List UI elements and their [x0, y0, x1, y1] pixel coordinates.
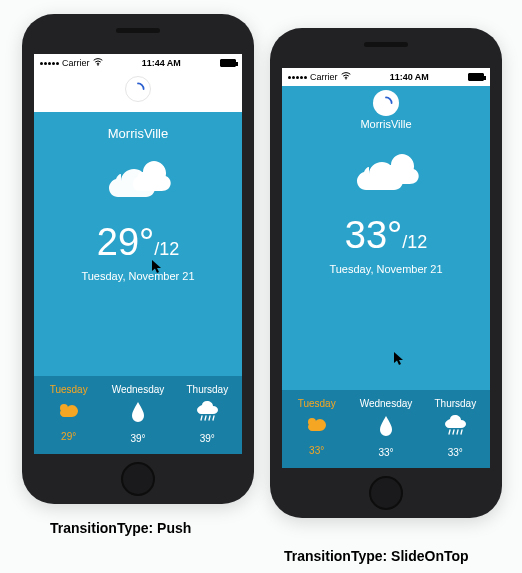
- wifi-icon: [93, 58, 103, 68]
- loading-spinner-icon: [373, 90, 399, 116]
- forecast-temp: 39°: [130, 433, 145, 444]
- header-area: [34, 72, 242, 112]
- forecast-temp: 33°: [378, 447, 393, 458]
- phone-speaker: [116, 28, 160, 33]
- forecast-day-label: Thursday: [434, 398, 476, 409]
- svg-line-9: [453, 430, 454, 434]
- temp-high: 29°: [97, 221, 154, 263]
- forecast-temp: 33°: [309, 445, 324, 456]
- signal-dots-icon: [40, 62, 59, 65]
- svg-line-4: [209, 416, 210, 420]
- home-button[interactable]: [121, 462, 155, 496]
- carrier-label: Carrier: [62, 58, 90, 68]
- forecast-day-label: Tuesday: [298, 398, 336, 409]
- caption-left: TransitionType: Push: [50, 520, 191, 536]
- svg-line-3: [205, 416, 206, 420]
- screen-left: Carrier 11:44 AM MorrisVille: [34, 54, 242, 454]
- svg-line-8: [449, 430, 450, 434]
- weather-main: 33°/12 Tuesday, November 21: [282, 140, 490, 390]
- droplet-icon: [130, 401, 146, 427]
- forecast-day-thursday[interactable]: Thursday 33°: [421, 390, 490, 468]
- droplet-icon: [378, 415, 394, 441]
- forecast-row: Tuesday 33° Wednesday 33° Thursday: [282, 390, 490, 468]
- battery-icon: [468, 73, 484, 81]
- status-bar: Carrier 11:44 AM: [34, 54, 242, 72]
- wifi-icon: [341, 72, 351, 82]
- svg-line-2: [201, 416, 202, 420]
- forecast-temp: 29°: [61, 431, 76, 442]
- rain-icon: [442, 415, 468, 441]
- temperature: 29°/12: [34, 221, 242, 264]
- date-label: Tuesday, November 21: [282, 263, 490, 275]
- caption-right: TransitionType: SlideOnTop: [284, 548, 469, 564]
- temp-low: /12: [402, 232, 427, 252]
- svg-line-5: [213, 416, 214, 420]
- cloud-sun-icon: [304, 415, 330, 439]
- phone-mockup-right: Carrier 11:40 AM MorrisVille: [270, 28, 502, 518]
- forecast-day-wednesday[interactable]: Wednesday 39°: [103, 376, 172, 454]
- screen-right: Carrier 11:40 AM MorrisVille: [282, 68, 490, 468]
- signal-dots-icon: [288, 76, 307, 79]
- svg-line-10: [457, 430, 458, 434]
- loading-spinner-icon: [125, 76, 151, 102]
- clouds-icon: [34, 159, 242, 209]
- temperature: 33°/12: [282, 214, 490, 257]
- header-area-blue: MorrisVille: [282, 86, 490, 140]
- clock-label: 11:44 AM: [142, 58, 181, 68]
- forecast-day-tuesday[interactable]: Tuesday 33°: [282, 390, 351, 468]
- forecast-day-label: Thursday: [186, 384, 228, 395]
- forecast-day-tuesday[interactable]: Tuesday 29°: [34, 376, 103, 454]
- cloud-sun-icon: [56, 401, 82, 425]
- forecast-day-label: Wednesday: [112, 384, 165, 395]
- forecast-day-thursday[interactable]: Thursday 39°: [173, 376, 242, 454]
- phone-mockup-left: Carrier 11:44 AM MorrisVille: [22, 14, 254, 504]
- forecast-day-wednesday[interactable]: Wednesday 33°: [351, 390, 420, 468]
- battery-icon: [220, 59, 236, 67]
- svg-point-6: [345, 78, 347, 80]
- date-label: Tuesday, November 21: [34, 270, 242, 282]
- clock-label: 11:40 AM: [390, 72, 429, 82]
- weather-main: MorrisVille 29°/12 Tuesday, November 21: [34, 112, 242, 376]
- svg-point-0: [97, 64, 99, 66]
- forecast-temp: 39°: [200, 433, 215, 444]
- location-label: MorrisVille: [282, 118, 490, 130]
- forecast-temp: 33°: [448, 447, 463, 458]
- carrier-label: Carrier: [310, 72, 338, 82]
- status-bar: Carrier 11:40 AM: [282, 68, 490, 86]
- forecast-day-label: Wednesday: [360, 398, 413, 409]
- rain-icon: [194, 401, 220, 427]
- forecast-row: Tuesday 29° Wednesday 39° Thursday: [34, 376, 242, 454]
- phone-speaker: [364, 42, 408, 47]
- temp-high: 33°: [345, 214, 402, 256]
- home-button[interactable]: [369, 476, 403, 510]
- location-label: MorrisVille: [34, 126, 242, 141]
- forecast-day-label: Tuesday: [50, 384, 88, 395]
- clouds-icon: [282, 152, 490, 202]
- temp-low: /12: [154, 239, 179, 259]
- svg-line-11: [461, 430, 462, 434]
